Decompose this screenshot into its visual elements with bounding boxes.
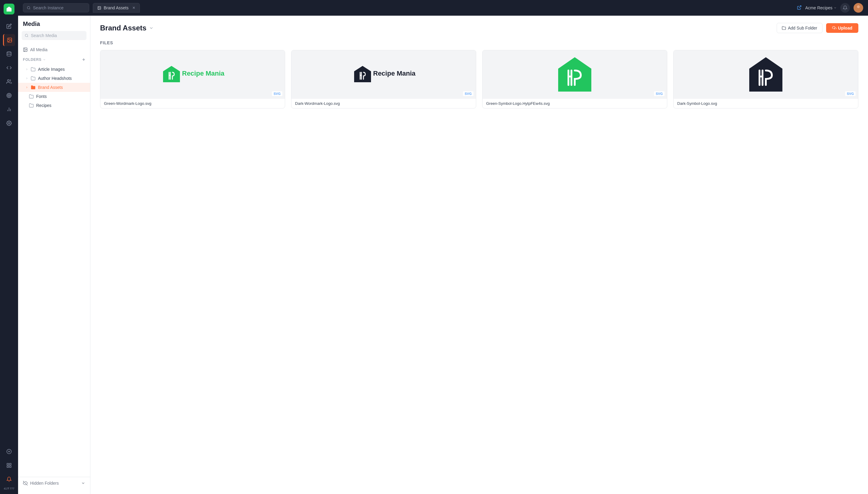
folder-label-recipes: Recipes [36,103,52,108]
folders-label[interactable]: FOLDERS [23,58,46,62]
content-area: Media All Media FOLDERS + [18,16,868,494]
user-avatar[interactable] [853,3,863,13]
svg-rect-17 [10,466,11,468]
folder-item-article-images[interactable]: Article Images [18,65,90,74]
folder-icon-brand-assets [31,85,36,90]
hidden-eye-icon [23,481,28,486]
svg-rect-15 [7,463,8,465]
svg-rect-16 [10,463,11,465]
folder-item-author-headshots[interactable]: Author Headshots [18,74,90,83]
tab-bar: Brand Assets ✕ [93,3,140,13]
nav-users-icon[interactable] [3,76,15,88]
folder-item-fonts[interactable]: Fonts [18,92,90,101]
add-folder-button[interactable]: + [82,57,85,62]
svg-point-3 [7,52,11,53]
folder-expand-arrow-brand [25,86,28,89]
folder-icon-recipes [29,103,34,108]
nav-add-icon[interactable] [3,445,15,458]
svg-line-23 [799,6,801,8]
file-preview-dark-wordmark: Recipe Mania SVG [292,50,476,98]
folder-label-author-headshots: Author Headshots [38,76,72,81]
svg-point-2 [8,39,9,39]
nav-edit-icon[interactable] [3,20,15,32]
sidebar-search-input[interactable] [31,33,84,38]
file-card-dark-wordmark[interactable]: Recipe Mania SVG Dark-Wordmark-Logo.svg [291,50,476,109]
svg-point-26 [25,34,28,36]
upload-icon [832,26,836,30]
svg-point-29 [24,49,25,50]
svg-text:Recipe Mania: Recipe Mania [373,70,415,77]
main-title-chevron-icon[interactable] [149,25,154,31]
tab-label: Brand Assets [104,5,129,10]
svg-badge-green-symbol: SVG [654,91,665,96]
nav-code-icon[interactable] [3,62,15,74]
folder-label-article-images: Article Images [38,67,65,72]
nav-version-counter: 417f 777 [4,487,14,490]
file-preview-green-wordmark: Recipe Mania SVG [100,50,285,98]
svg-point-22 [98,7,99,7]
svg-marker-34 [163,66,180,82]
svg-line-20 [30,8,30,9]
app-logo[interactable] [4,4,15,15]
main-title-text: Brand Assets [100,24,146,32]
nav-pages-icon[interactable] [3,459,15,471]
tab-close-button[interactable]: ✕ [132,6,135,10]
hidden-folders-chevron-icon [81,481,85,485]
svg-badge-dark-wordmark: SVG [463,91,474,96]
brand-assets-tab[interactable]: Brand Assets ✕ [93,3,140,13]
company-name[interactable]: Acme Recipes [805,5,837,10]
folder-item-brand-assets[interactable]: Brand Assets [18,83,90,92]
nav-target-icon[interactable] [3,90,15,101]
external-link-icon[interactable] [797,5,802,11]
files-grid: Recipe Mania SVG Green-Wordmark-Logo.svg [100,50,858,109]
company-chevron-icon [834,6,837,10]
all-media-icon [23,47,28,52]
file-card-green-wordmark[interactable]: Recipe Mania SVG Green-Wordmark-Logo.svg [100,50,285,109]
folder-expand-arrow [25,68,28,71]
file-preview-green-symbol: SVG [482,50,667,98]
sidebar-title: Media [18,20,90,31]
folder-icon-fonts [29,94,34,99]
nav-database-icon[interactable] [3,48,15,60]
main-actions: Add Sub Folder Upload [777,23,858,33]
file-preview-dark-symbol: SVG [673,50,858,98]
search-instance-container[interactable] [23,3,89,12]
svg-point-4 [7,79,10,81]
folders-header: FOLDERS + [18,55,90,65]
folder-label-brand-assets: Brand Assets [38,85,63,90]
top-bar-right: Acme Recipes [797,3,863,13]
folder-icon-author-headshots [31,76,36,81]
nav-notification-badge[interactable] [3,473,15,485]
all-media-item[interactable]: All Media [18,45,90,55]
add-subfolder-button[interactable]: Add Sub Folder [777,23,822,33]
svg-marker-41 [354,66,371,82]
folders-chevron-icon [43,58,46,61]
nav-chart-icon[interactable] [3,103,15,115]
folder-item-recipes[interactable]: Recipes [18,101,90,110]
all-media-label: All Media [30,47,48,52]
nav-settings-icon[interactable] [3,117,15,129]
nav-media-icon[interactable] [3,34,15,46]
tab-media-icon [97,6,101,10]
svg-rect-18 [7,466,8,468]
svg-point-7 [9,95,10,96]
folder-label-fonts: Fonts [36,94,47,99]
file-card-dark-symbol[interactable]: SVG Dark-Symbol-Logo.svg [673,50,858,109]
file-name-green-symbol: Green-Symbol-Logo.HytpFEw4s.svg [482,98,667,108]
svg-point-11 [8,122,10,124]
svg-badge-dark-symbol: SVG [845,91,856,96]
file-card-green-symbol[interactable]: SVG Green-Symbol-Logo.HytpFEw4s.svg [482,50,667,109]
hidden-folders-section[interactable]: Hidden Folders [18,477,90,489]
sidebar-search-container[interactable] [22,31,87,40]
upload-button[interactable]: Upload [826,23,858,33]
svg-text:Recipe Mania: Recipe Mania [182,70,224,77]
search-instance-icon [27,6,31,10]
files-section-label: Files [100,40,858,45]
svg-point-19 [27,6,30,9]
notifications-bell-icon[interactable] [840,3,850,13]
folder-icon-article-images [31,67,36,72]
sidebar: Media All Media FOLDERS + [18,16,90,494]
file-name-green-wordmark: Green-Wordmark-Logo.svg [100,98,285,108]
search-instance-input[interactable] [33,5,85,10]
svg-badge-green-wordmark: SVG [272,91,282,96]
